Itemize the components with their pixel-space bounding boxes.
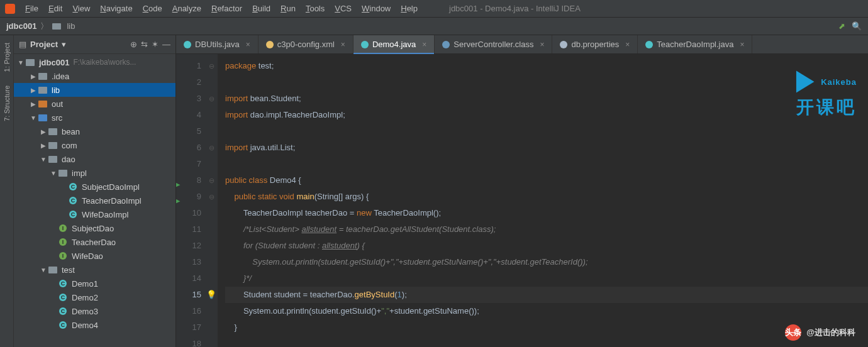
project-sidebar: ▤ Project ▾ ⊕ ⇆ ✶ — ▼jdbc001F:\kaikeba\w… (14, 35, 176, 347)
tree-item-teacherdao[interactable]: ITeacherDao (14, 235, 175, 249)
tool-tab-structure[interactable]: 7: Structure (2, 82, 12, 125)
tab-label: ServerController.class (453, 40, 533, 49)
close-icon[interactable]: × (246, 40, 250, 49)
tree-item-subjectdao[interactable]: ISubjectDao (14, 221, 175, 235)
attribution-icon: 头条 (785, 324, 801, 341)
code-editor[interactable]: 1234567▶8▶9101112131415161718 ⊖⊖⊖⊖⊖💡 pac… (176, 54, 868, 347)
menu-navigate[interactable]: Navigate (95, 2, 137, 15)
tree-item-demo4[interactable]: CDemo4 (14, 318, 175, 332)
menu-file[interactable]: File (20, 2, 43, 15)
build-status-icon[interactable]: ⬈ (838, 21, 845, 31)
tab-servercontroller-class[interactable]: ServerController.class× (435, 35, 552, 53)
menu-window[interactable]: Window (357, 2, 396, 15)
tab-teacherdaoimpl-java[interactable]: TeacherDaoImpl.java× (638, 35, 752, 53)
menu-vcs[interactable]: VCS (330, 2, 357, 15)
hide-icon[interactable]: — (162, 40, 170, 49)
file-icon (361, 41, 369, 48)
folder-blue-icon (38, 113, 48, 122)
folder-icon (38, 85, 48, 94)
editor-tabs: DBUtils.java×c3p0-config.xml×Demo4.java×… (176, 35, 868, 54)
close-icon[interactable]: × (341, 40, 345, 49)
tree-item-teacherdaoimpl[interactable]: CTeacherDaoImpl (14, 194, 175, 207)
menu-view[interactable]: View (67, 2, 95, 15)
tree-item-out[interactable]: ▶out (14, 97, 175, 111)
menu-analyze[interactable]: Analyze (167, 2, 206, 15)
tab-label: c3p0-config.xml (277, 40, 335, 49)
menu-run[interactable]: Run (275, 2, 301, 15)
folder-icon (52, 23, 61, 30)
attribution: 头条 @进击的科科 (785, 324, 855, 341)
tree-root[interactable]: ▼jdbc001F:\kaikeba\works... (14, 55, 175, 69)
menu-edit[interactable]: Edit (43, 2, 67, 15)
tab-db-properties[interactable]: db.properties× (552, 35, 638, 53)
class-c-icon: C (58, 293, 68, 302)
tree-item-impl[interactable]: ▼impl (14, 166, 175, 180)
folder-orange-icon (38, 99, 48, 108)
file-icon (645, 41, 653, 48)
folder-icon (48, 155, 58, 163)
tree-item-com[interactable]: ▶com (14, 138, 175, 152)
iface-i-icon: I (58, 224, 68, 233)
line-number-gutter[interactable]: 1234567▶8▶9101112131415161718 (176, 54, 205, 347)
tab-c3p0-config-xml[interactable]: c3p0-config.xml× (259, 35, 353, 53)
locate-icon[interactable]: ⊕ (130, 40, 137, 49)
tab-label: Demo4.java (372, 40, 416, 49)
tool-window-bar: 1: Project 7: Structure (0, 35, 14, 347)
tree-item-wifedao[interactable]: IWifeDao (14, 249, 175, 263)
attribution-author: @进击的科科 (806, 327, 855, 338)
gutter-icons[interactable]: ⊖⊖⊖⊖⊖💡 (205, 54, 218, 347)
file-icon (184, 41, 191, 48)
settings-gear-icon[interactable]: ✶ (152, 40, 159, 49)
tree-item-.idea[interactable]: ▶.idea (14, 69, 175, 83)
folder-icon (58, 168, 68, 177)
class-c-icon: C (68, 210, 78, 219)
chevron-down-icon[interactable]: ▾ (62, 40, 66, 49)
menu-help[interactable]: Help (396, 2, 423, 15)
breadcrumb-project[interactable]: jdbc001 (6, 21, 36, 31)
project-tree[interactable]: ▼jdbc001F:\kaikeba\works...▶.idea▶lib▶ou… (14, 54, 175, 347)
tree-item-test[interactable]: ▼test (14, 263, 175, 277)
tree-item-wifedaoimpl[interactable]: CWifeDaoImpl (14, 207, 175, 221)
close-icon[interactable]: × (422, 40, 426, 49)
tree-item-demo1[interactable]: CDemo1 (14, 277, 175, 290)
close-icon[interactable]: × (740, 40, 744, 49)
window-title: jdbc001 - Demo4.java - IntelliJ IDEA (449, 4, 581, 13)
menu-tools[interactable]: Tools (301, 2, 330, 15)
project-panel-header: ▤ Project ▾ ⊕ ⇆ ✶ — (14, 35, 175, 54)
menu-code[interactable]: Code (138, 2, 167, 15)
tool-tab-project[interactable]: 1: Project (2, 39, 12, 75)
menubar: FileEditViewNavigateCodeAnalyzeRefactorB… (0, 0, 868, 18)
panel-title[interactable]: Project (30, 40, 58, 49)
close-icon[interactable]: × (540, 40, 544, 49)
tree-item-dao[interactable]: ▼dao (14, 152, 175, 166)
folder-icon (48, 265, 58, 274)
intention-bulb-icon[interactable]: 💡 (206, 287, 216, 303)
file-icon (560, 41, 567, 48)
editor-area: DBUtils.java×c3p0-config.xml×Demo4.java×… (176, 35, 868, 347)
collapse-icon[interactable]: ⇆ (141, 40, 148, 49)
iface-i-icon: I (58, 238, 68, 246)
menu-refactor[interactable]: Refactor (206, 2, 247, 15)
class-c-icon: C (58, 321, 68, 329)
code-content[interactable]: package test;import bean.Student;import … (218, 54, 868, 347)
tree-item-demo3[interactable]: CDemo3 (14, 304, 175, 318)
tab-demo4-java[interactable]: Demo4.java× (353, 35, 435, 53)
class-c-icon: C (58, 279, 68, 288)
tree-item-subjectdaoimpl[interactable]: CSubjectDaoImpl (14, 180, 175, 194)
tree-item-lib[interactable]: ▶lib (14, 83, 175, 97)
iface-i-icon: I (58, 251, 68, 260)
tree-item-demo2[interactable]: CDemo2 (14, 290, 175, 304)
menu-build[interactable]: Build (247, 2, 275, 15)
panel-icon: ▤ (19, 40, 26, 49)
tab-dbutils-java[interactable]: DBUtils.java× (176, 35, 259, 53)
breadcrumb-path[interactable]: lib (67, 21, 75, 31)
search-icon[interactable]: 🔍 (852, 21, 862, 31)
breadcrumb-separator: 〉 (40, 21, 48, 32)
tree-item-src[interactable]: ▼src (14, 111, 175, 124)
close-icon[interactable]: × (625, 40, 630, 49)
class-c-icon: C (68, 182, 78, 191)
file-icon (442, 41, 450, 48)
tree-item-bean[interactable]: ▶bean (14, 124, 175, 138)
tab-label: DBUtils.java (195, 40, 240, 49)
tab-label: db.properties (571, 40, 619, 49)
